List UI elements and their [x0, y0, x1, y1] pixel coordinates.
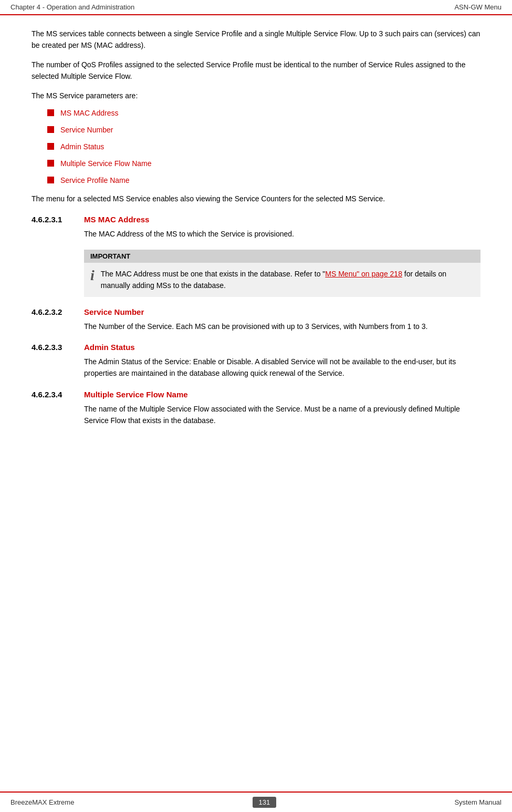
section-heading-4623: 4.6.2.3.3 Admin Status — [32, 343, 480, 352]
bullet-icon-4 — [47, 160, 54, 167]
important-text: The MAC Address must be one that exists … — [101, 268, 474, 292]
list-item-admin-status: Admin Status — [47, 142, 480, 151]
bullet-icon-5 — [47, 177, 54, 183]
section-heading-4624: 4.6.2.3.4 Multiple Service Flow Name — [32, 390, 480, 399]
page-header: Chapter 4 - Operation and Administration… — [0, 0, 512, 15]
section-body-4624: The name of the Multiple Service Flow as… — [84, 403, 480, 427]
section-number-4624: 4.6.2.3.4 — [32, 390, 84, 399]
important-body: i The MAC Address must be one that exist… — [84, 263, 480, 297]
list-item-msf-name: Multiple Service Flow Name — [47, 159, 480, 168]
section-heading-4622: 4.6.2.3.2 Service Number — [32, 307, 480, 316]
important-label: IMPORTANT — [90, 252, 130, 260]
footer-product: BreezeMAX Extreme — [11, 798, 74, 806]
important-link[interactable]: MS Menu" on page 218 — [325, 270, 402, 278]
section-body-4622: The Number of the Service. Each MS can b… — [84, 321, 480, 332]
header-section: ASN-GW Menu — [454, 3, 501, 11]
bullet-icon-1 — [47, 109, 54, 116]
important-header: IMPORTANT — [84, 250, 480, 263]
bullet-icon-2 — [47, 126, 54, 133]
list-item-service-number: Service Number — [47, 126, 480, 134]
section-number-4622: 4.6.2.3.2 — [32, 307, 84, 316]
intro-para-2: The number of QoS Profiles assigned to t… — [32, 59, 480, 83]
section-heading-4621: 4.6.2.3.1 MS MAC Address — [32, 215, 480, 224]
important-wrapper: IMPORTANT i The MAC Address must be one … — [84, 250, 480, 297]
parameter-list: MS MAC Address Service Number Admin Stat… — [47, 109, 480, 184]
section-body-4621: The MAC Address of the MS to which the S… — [84, 228, 480, 240]
section-number-4623: 4.6.2.3.3 — [32, 343, 84, 352]
intro-para-3: The MS Service parameters are: — [32, 90, 480, 101]
bullet-icon-3 — [47, 143, 54, 150]
header-chapter: Chapter 4 - Operation and Administration — [11, 3, 134, 11]
section-title-4623: Admin Status — [84, 343, 135, 352]
intro-para-1: The MS services table connects between a… — [32, 28, 480, 52]
section-title-4624: Multiple Service Flow Name — [84, 390, 188, 399]
section-number-4621: 4.6.2.3.1 — [32, 215, 84, 224]
section-body-4623: The Admin Status of the Service: Enable … — [84, 356, 480, 379]
section-title-4622: Service Number — [84, 307, 144, 316]
after-bullets-text: The menu for a selected MS Service enabl… — [32, 193, 480, 204]
important-box: IMPORTANT i The MAC Address must be one … — [84, 250, 480, 297]
section-title-4621: MS MAC Address — [84, 215, 149, 224]
page-footer: BreezeMAX Extreme 131 System Manual — [0, 792, 512, 812]
important-icon: i — [90, 268, 95, 283]
list-item-sp-name: Service Profile Name — [47, 176, 480, 184]
list-item-ms-mac: MS MAC Address — [47, 109, 480, 117]
footer-doc-type: System Manual — [454, 798, 501, 806]
main-content: The MS services table connects between a… — [0, 15, 512, 463]
footer-page-number: 131 — [253, 797, 277, 808]
